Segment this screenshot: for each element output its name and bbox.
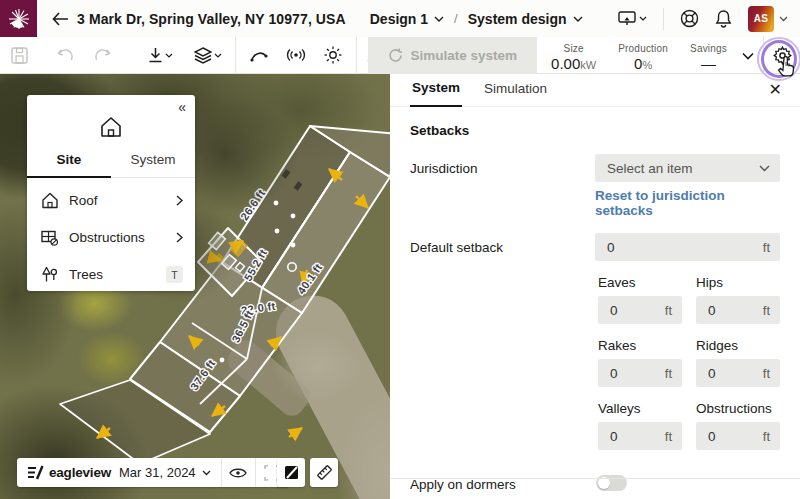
measure-tool-button[interactable] <box>310 458 338 487</box>
roof-house-icon <box>41 192 59 209</box>
trees-icon <box>41 266 59 283</box>
apply-on-dormers-label: Apply on dormers <box>410 470 596 492</box>
tab-system[interactable]: System <box>111 152 195 178</box>
tab-site[interactable]: Site <box>27 152 111 178</box>
unit-label: ft <box>763 429 770 444</box>
chevron-down-icon <box>759 165 770 172</box>
save-icon <box>11 47 28 64</box>
ridges-input[interactable]: ft <box>696 359 780 387</box>
notifications-button[interactable] <box>715 9 732 28</box>
avatar: AS <box>748 6 774 32</box>
help-button[interactable] <box>680 9 699 28</box>
field-hips: Hips ft <box>696 275 780 324</box>
sidebar-item-obstructions[interactable]: Obstructions <box>27 219 195 256</box>
bell-icon <box>715 9 732 28</box>
rakes-input[interactable]: ft <box>598 359 682 387</box>
eaves-input[interactable]: ft <box>598 296 682 324</box>
obstructions-value[interactable] <box>708 429 745 444</box>
arrow-left-icon <box>52 12 69 26</box>
imagery-brand-label: eagleview <box>49 465 111 480</box>
toolbar-right: Simulate system Size 0.00kW Production 0… <box>368 37 800 74</box>
settings-tabs: System Simulation ✕ <box>390 74 800 107</box>
download-menu-button[interactable] <box>139 37 181 74</box>
divider <box>356 37 357 74</box>
imagery-bar: eagleview Mar 31, 2024 <box>17 458 289 487</box>
account-menu[interactable]: AS <box>748 6 788 32</box>
settings-panel: System Simulation ✕ Setbacks Jurisdictio… <box>390 74 800 499</box>
ridges-value[interactable] <box>708 366 745 381</box>
rakes-value[interactable] <box>610 366 647 381</box>
layers-icon <box>194 47 212 64</box>
visibility-button[interactable] <box>222 458 255 487</box>
redo-icon <box>93 48 111 62</box>
valleys-input[interactable]: ft <box>598 422 682 450</box>
chevron-down-icon <box>202 470 211 476</box>
chevron-right-icon <box>176 232 183 243</box>
default-setback-input[interactable]: ft <box>595 233 780 261</box>
chevron-down-icon <box>742 52 754 60</box>
shortcut-badge: T <box>166 266 183 283</box>
simulate-system-button[interactable]: Simulate system <box>368 37 538 74</box>
view-selector[interactable]: System design <box>468 11 583 27</box>
sunburst-icon <box>7 7 31 31</box>
design-selector[interactable]: Design 1 <box>370 11 444 27</box>
tab-system-settings[interactable]: System <box>410 80 462 107</box>
eagleview-mark-icon <box>27 465 44 480</box>
imagery-brand: eagleview <box>17 465 119 480</box>
unit-label: ft <box>665 366 672 381</box>
signal-tool-button[interactable] <box>279 37 313 74</box>
sun-shading-button[interactable] <box>316 37 350 74</box>
undo-button[interactable] <box>49 37 83 74</box>
hips-input[interactable]: ft <box>696 296 780 324</box>
address-title: 3 Mark Dr, Spring Valley, NY 10977, USA <box>77 11 346 27</box>
contrast-compare-icon <box>284 465 299 480</box>
redo-button[interactable] <box>85 37 119 74</box>
eaves-value[interactable] <box>610 303 647 318</box>
save-button[interactable] <box>2 37 36 74</box>
imagery-date-selector[interactable]: Mar 31, 2024 <box>119 465 221 480</box>
stats-expand-button[interactable] <box>733 37 763 74</box>
sidebar-item-roof[interactable]: Roof <box>27 182 195 219</box>
jurisdiction-label: Jurisdiction <box>410 154 595 218</box>
field-valleys: Valleys ft <box>598 401 682 450</box>
back-button[interactable] <box>48 7 72 31</box>
chevron-down-icon <box>573 16 583 22</box>
eagleview-sunburst-logo[interactable] <box>0 0 37 37</box>
breadcrumb-separator: / <box>454 11 458 26</box>
site-panel: « Site System Roof <box>27 95 195 291</box>
divider <box>235 37 236 74</box>
default-setback-value[interactable] <box>607 240 705 255</box>
layers-menu-button[interactable] <box>187 37 229 74</box>
site-panel-tabs: Site System <box>27 152 195 178</box>
settings-gear-button[interactable] <box>764 37 800 74</box>
sidebar-item-trees[interactable]: Trees T <box>27 256 195 293</box>
collapse-panel-button[interactable]: « <box>178 99 185 115</box>
obstructions-input[interactable]: ft <box>696 422 780 450</box>
present-screen-button[interactable] <box>618 11 647 26</box>
download-icon <box>148 47 163 63</box>
app-window: 3 Mark Dr, Spring Valley, NY 10977, USA … <box>0 0 800 499</box>
design-toolbar: Simulate system Size 0.00kW Production 0… <box>0 37 800 74</box>
signal-icon <box>286 48 306 62</box>
stat-savings: Savings — <box>690 43 727 72</box>
system-stats: Size 0.00kW Production 0% Savings — <box>537 40 733 72</box>
hips-value[interactable] <box>708 303 745 318</box>
chevron-down-icon <box>639 16 647 21</box>
refresh-icon <box>388 48 403 63</box>
valleys-value[interactable] <box>610 429 647 444</box>
unit-label: ft <box>763 303 770 318</box>
field-rakes: Rakes ft <box>598 338 682 387</box>
stat-size: Size 0.00kW <box>551 43 596 72</box>
stat-production: Production 0% <box>618 43 668 72</box>
breadcrumb: Design 1 / System design <box>370 11 583 27</box>
jurisdiction-select[interactable]: Select an item <box>595 154 780 182</box>
tab-simulation-settings[interactable]: Simulation <box>482 81 549 106</box>
close-panel-button[interactable]: ✕ <box>769 82 782 98</box>
undo-icon <box>57 48 75 62</box>
imagery-compare-toggle[interactable] <box>277 458 305 487</box>
reset-jurisdiction-link[interactable]: Reset to jurisdiction setbacks <box>595 188 780 218</box>
present-screen-icon <box>618 11 636 26</box>
arc-tool-button[interactable] <box>242 37 276 74</box>
unit-label: ft <box>665 303 672 318</box>
field-ridges: Ridges ft <box>696 338 780 387</box>
